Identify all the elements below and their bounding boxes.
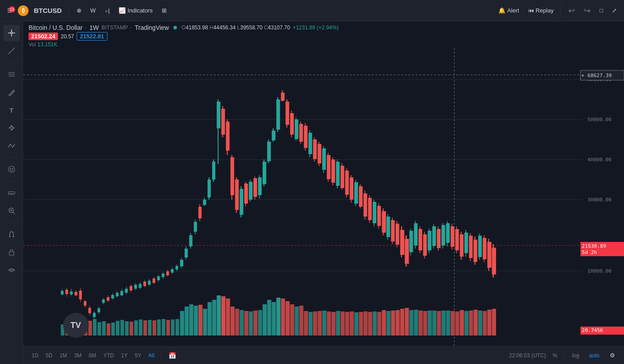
svg-rect-175 — [267, 142, 271, 161]
symbol-button[interactable]: BTCUSD — [30, 5, 66, 16]
multiline-tool[interactable] — [4, 66, 20, 82]
volume-value: 13.151K — [37, 41, 57, 48]
measure-tool[interactable] — [4, 185, 20, 201]
svg-rect-234 — [382, 211, 386, 233]
line-tool[interactable] — [4, 43, 20, 59]
svg-rect-166 — [235, 309, 239, 335]
calendar-button[interactable]: 📅 — [165, 350, 180, 361]
svg-rect-309 — [423, 311, 427, 335]
svg-rect-240 — [396, 224, 399, 245]
text-tool[interactable]: T — [4, 102, 20, 118]
svg-rect-106 — [166, 271, 169, 275]
alert-button[interactable]: 🔔 Alert — [495, 5, 523, 16]
magnet-tool[interactable] — [4, 226, 20, 242]
period-5d[interactable]: 5D — [42, 351, 55, 360]
svg-rect-102 — [157, 276, 160, 280]
svg-rect-173 — [263, 162, 266, 184]
svg-rect-170 — [254, 311, 258, 335]
svg-rect-230 — [373, 202, 376, 223]
undo-button[interactable]: ↩ — [565, 4, 579, 17]
candles-sep2020 — [148, 264, 179, 335]
chart-settings-button[interactable]: ⚙ — [606, 350, 619, 360]
svg-rect-283 — [304, 311, 308, 335]
period-1d[interactable]: 1D — [29, 351, 41, 360]
svg-rect-65 — [116, 293, 119, 296]
replay-button[interactable]: ⏮ Replay — [525, 5, 557, 16]
svg-rect-280 — [487, 242, 491, 268]
toolbar-separator2 — [5, 157, 18, 158]
chart-header: Bitcoin / U.S. Dollar · 1W BITSTAMP · Tr… — [23, 21, 624, 48]
svg-rect-169 — [249, 311, 253, 335]
svg-rect-299 — [377, 312, 381, 335]
fullscreen-button[interactable]: □ — [596, 5, 607, 16]
platform-name: · — [131, 25, 132, 31]
eye-tool[interactable] — [4, 262, 20, 278]
period-all[interactable]: All — [145, 351, 157, 360]
svg-rect-104 — [162, 274, 164, 277]
main-content: T — [0, 21, 624, 364]
svg-rect-113 — [157, 319, 160, 335]
svg-rect-140 — [180, 311, 184, 335]
svg-rect-144 — [198, 305, 202, 335]
svg-rect-30 — [9, 252, 14, 255]
draw-tool[interactable] — [4, 84, 20, 100]
svg-rect-282 — [492, 248, 496, 274]
svg-line-9 — [13, 90, 14, 90]
timeframe-button[interactable]: W — [87, 5, 99, 16]
svg-rect-141 — [185, 307, 189, 335]
svg-rect-148 — [217, 295, 221, 335]
svg-rect-258 — [437, 229, 440, 248]
svg-rect-214 — [336, 162, 340, 186]
period-3m[interactable]: 3M — [71, 351, 85, 360]
svg-rect-210 — [327, 155, 330, 179]
settings-button[interactable]: ⤢ — [608, 5, 620, 16]
menu-button[interactable]: ☰ 11 — [4, 5, 16, 16]
redo-button[interactable]: ↪ — [580, 4, 594, 17]
curve-tool[interactable] — [4, 138, 20, 154]
svg-rect-288 — [327, 311, 331, 335]
svg-rect-224 — [359, 186, 362, 207]
timeframe-display: · — [85, 25, 86, 31]
auto-button[interactable]: auto — [586, 351, 603, 360]
pct-button[interactable]: % — [550, 351, 561, 360]
node-tool[interactable] — [4, 120, 20, 136]
emoji-tool[interactable] — [4, 161, 20, 177]
period-1y[interactable]: 1Y — [118, 351, 131, 360]
candles-2021-bull — [180, 99, 230, 335]
volume-row: Vol 13.151K — [29, 41, 619, 48]
period-5y[interactable]: 5Y — [131, 351, 144, 360]
layout-button[interactable]: ⊞ — [158, 5, 170, 16]
indicators-button[interactable]: 📈 Indicators — [115, 5, 156, 16]
svg-rect-316 — [455, 311, 459, 335]
svg-rect-164 — [258, 177, 262, 195]
chart-area[interactable]: Bitcoin / U.S. Dollar · 1W BITSTAMP · Tr… — [23, 21, 624, 364]
log-button[interactable]: log — [569, 351, 583, 360]
svg-rect-77 — [111, 323, 115, 335]
chart-type-button[interactable]: ⬦| — [101, 5, 113, 16]
svg-rect-287 — [322, 311, 326, 335]
svg-rect-90 — [116, 321, 119, 335]
candles-may2020 — [116, 280, 147, 335]
toolbar-separator3 — [5, 181, 18, 181]
current-price-blue: 21522.81 — [77, 32, 107, 41]
candles-may2021 — [230, 155, 262, 335]
layout-icon: ⊞ — [162, 7, 167, 14]
period-ytd[interactable]: YTD — [100, 351, 117, 360]
vol-price-label: 20.745K — [582, 327, 603, 333]
price-chart[interactable]: 60000.00 50000.00 40000.00 30000.00 1000… — [23, 21, 624, 364]
svg-rect-270 — [464, 233, 468, 253]
svg-rect-202 — [308, 133, 312, 154]
lock-tool[interactable] — [4, 244, 20, 260]
crosshair-tool[interactable] — [4, 25, 20, 41]
nav-right: ↩ ↪ □ ⤢ — [565, 4, 620, 17]
period-6m[interactable]: 6M — [86, 351, 99, 360]
add-symbol-button[interactable]: ⊕ — [73, 5, 85, 16]
zoom-tool[interactable] — [4, 203, 20, 219]
svg-rect-190 — [263, 304, 267, 335]
svg-rect-189 — [299, 124, 303, 142]
svg-rect-252 — [423, 234, 427, 256]
period-1m[interactable]: 1M — [57, 351, 70, 360]
svg-rect-162 — [254, 178, 257, 197]
svg-rect-167 — [240, 310, 244, 335]
svg-point-18 — [10, 168, 11, 169]
